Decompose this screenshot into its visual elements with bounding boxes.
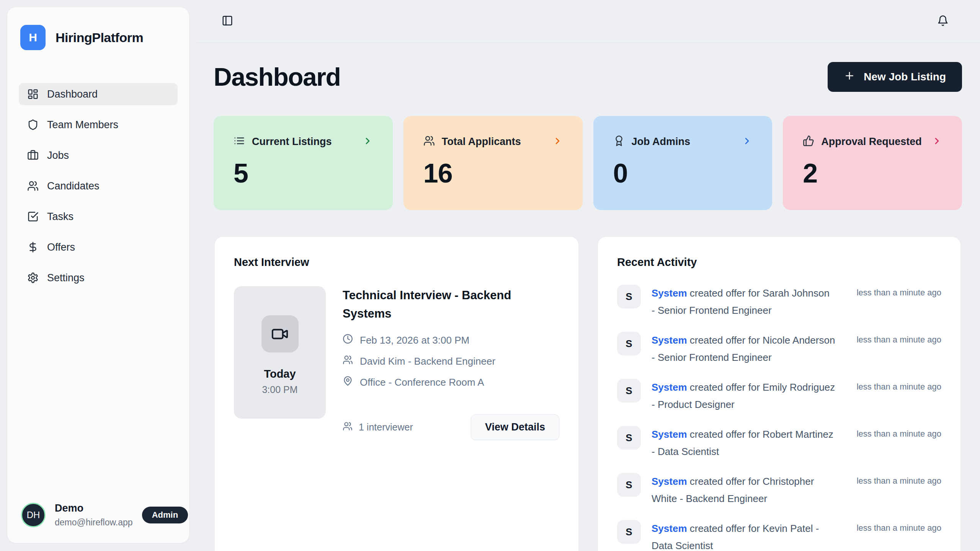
- sidebar-item-label: Team Members: [47, 119, 118, 131]
- activity-timestamp: less than a minute ago: [857, 473, 941, 507]
- recent-activity-title: Recent Activity: [617, 256, 941, 269]
- sidebar-item-label: Candidates: [47, 180, 100, 192]
- stat-value: 16: [423, 158, 563, 189]
- video-icon: [261, 315, 299, 352]
- sidebar-item-settings[interactable]: Settings: [19, 267, 178, 289]
- stat-value: 2: [803, 158, 942, 189]
- activity-avatar: S: [617, 285, 641, 308]
- stat-value: 5: [234, 158, 373, 189]
- activity-row: S System created offer for Emily Rodrigu…: [617, 379, 941, 413]
- activity-row: S System created offer for Sarah Johnson…: [617, 285, 941, 319]
- user-name: Demo: [55, 502, 133, 514]
- sidebar-toggle-button[interactable]: [219, 13, 235, 30]
- users-icon: [423, 135, 435, 148]
- interview-day: Today: [264, 368, 296, 380]
- plus-icon: [844, 70, 855, 84]
- sidebar-item-label: Tasks: [47, 211, 74, 223]
- activity-avatar: S: [617, 520, 641, 544]
- stat-card-total-applicants[interactable]: Total Applicants 16: [403, 116, 583, 210]
- activity-actor-link[interactable]: System: [652, 287, 687, 299]
- brand: H HiringPlatform: [19, 25, 178, 50]
- view-details-button[interactable]: View Details: [471, 414, 559, 440]
- dashboard-icon: [27, 88, 39, 100]
- chevron-right-icon: [932, 136, 942, 148]
- activity-avatar: S: [617, 379, 641, 403]
- shield-icon: [27, 119, 39, 130]
- award-icon: [613, 135, 625, 148]
- chevron-right-icon: [552, 136, 563, 148]
- activity-actor-link[interactable]: System: [652, 429, 687, 440]
- activity-actor-link[interactable]: System: [652, 381, 687, 393]
- sidebar-item-offers[interactable]: Offers: [19, 236, 178, 258]
- sidebar-item-dashboard[interactable]: Dashboard: [19, 83, 178, 105]
- activity-timestamp: less than a minute ago: [857, 379, 941, 413]
- activity-timestamp: less than a minute ago: [857, 520, 941, 551]
- interview-datetime-row: Feb 13, 2026 at 3:00 PM: [343, 334, 559, 347]
- users-icon: [343, 421, 353, 434]
- notifications-button[interactable]: [935, 13, 951, 30]
- interview-location-row: Office - Conference Room A: [343, 376, 559, 389]
- activity-row: S System created offer for Nicole Anders…: [617, 332, 941, 366]
- activity-actor-link[interactable]: System: [652, 334, 687, 346]
- users-icon: [27, 180, 39, 192]
- interview-job-title: Technical Interview - Backend Systems: [343, 286, 557, 323]
- interview-date-box: Today 3:00 PM: [234, 286, 326, 419]
- avatar: DH: [21, 503, 46, 527]
- sidebar-item-label: Settings: [47, 272, 85, 284]
- sidebar-nav: Dashboard Team Members Jobs Candidates T…: [19, 83, 178, 297]
- panel-left-icon: [222, 15, 233, 28]
- sidebar-item-label: Jobs: [47, 150, 69, 161]
- dollar-icon: [27, 241, 39, 253]
- gear-icon: [27, 272, 39, 284]
- sidebar-item-jobs[interactable]: Jobs: [19, 144, 178, 166]
- brand-name: HiringPlatform: [56, 30, 143, 45]
- main-content: Dashboard New Job Listing Current Listin…: [196, 0, 980, 551]
- activity-timestamp: less than a minute ago: [857, 332, 941, 366]
- new-job-listing-button[interactable]: New Job Listing: [828, 62, 962, 92]
- activity-actor-link[interactable]: System: [652, 523, 687, 534]
- sidebar-item-label: Dashboard: [47, 88, 98, 100]
- stat-value: 0: [613, 158, 753, 189]
- briefcase-icon: [27, 150, 39, 161]
- chevron-right-icon: [742, 136, 752, 148]
- next-interview-panel: Next Interview Today 3:00 PM Technical I…: [214, 236, 579, 551]
- activity-row: S System created offer for Robert Martin…: [617, 426, 941, 460]
- sidebar-item-candidates[interactable]: Candidates: [19, 175, 178, 197]
- stat-card-job-admins[interactable]: Job Admins 0: [593, 116, 773, 210]
- activity-timestamp: less than a minute ago: [857, 285, 941, 319]
- brand-logo: H: [20, 25, 46, 50]
- chevron-right-icon: [363, 136, 373, 148]
- stat-cards: Current Listings 5 Total Applicants 16: [214, 116, 962, 210]
- page-title: Dashboard: [214, 62, 340, 91]
- users-icon: [343, 355, 353, 368]
- activity-row: S System created offer for Christopher W…: [617, 473, 941, 507]
- clock-icon: [343, 334, 353, 347]
- activity-avatar: S: [617, 473, 641, 497]
- recent-activity-panel: Recent Activity S System created offer f…: [598, 236, 961, 551]
- stat-card-current-listings[interactable]: Current Listings 5: [214, 116, 393, 210]
- interview-candidate-row: David Kim - Backend Engineer: [343, 355, 559, 368]
- sidebar-item-team-members[interactable]: Team Members: [19, 114, 178, 136]
- interview-time: 3:00 PM: [262, 384, 297, 395]
- activity-timestamp: less than a minute ago: [857, 426, 941, 460]
- next-interview-title: Next Interview: [234, 256, 559, 269]
- activity-avatar: S: [617, 426, 641, 450]
- sidebar-item-tasks[interactable]: Tasks: [19, 205, 178, 228]
- activity-list: S System created offer for Sarah Johnson…: [617, 285, 941, 551]
- interviewer-count: 1 interviewer: [343, 421, 413, 434]
- stat-card-approval-requested[interactable]: Approval Requested 2: [783, 116, 962, 210]
- map-pin-icon: [343, 376, 353, 389]
- topbar: [196, 0, 980, 43]
- user-card[interactable]: DH Demo demo@hireflow.app Admin: [19, 502, 178, 528]
- list-icon: [234, 135, 245, 148]
- activity-row: S System created offer for Kevin Patel -…: [617, 520, 941, 551]
- page-header: Dashboard New Job Listing: [196, 43, 980, 92]
- activity-avatar: S: [617, 332, 641, 355]
- bell-icon: [937, 15, 949, 28]
- sidebar-item-label: Offers: [47, 241, 75, 253]
- activity-actor-link[interactable]: System: [652, 476, 687, 487]
- sidebar: H HiringPlatform Dashboard Team Members …: [7, 7, 189, 543]
- check-square-icon: [27, 211, 39, 222]
- user-email: demo@hireflow.app: [55, 517, 133, 528]
- role-badge: Admin: [142, 507, 188, 523]
